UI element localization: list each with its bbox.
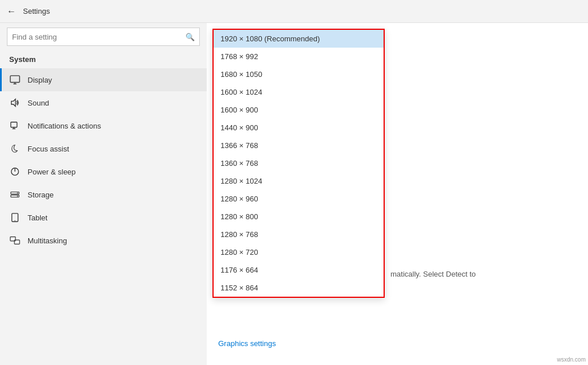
notifications-icon (9, 120, 21, 131)
display-icon (9, 74, 21, 86)
search-box[interactable]: 🔍 (7, 28, 200, 46)
resolution-option[interactable]: 1280 × 960 (214, 190, 384, 208)
multitasking-icon (9, 235, 21, 246)
resolution-list[interactable]: 1920 × 1080 (Recommended)1768 × 9921680 … (214, 30, 384, 297)
watermark: wsxdn.com (557, 356, 586, 363)
resolution-dropdown[interactable]: 1920 × 1080 (Recommended)1768 × 9921680 … (212, 29, 385, 298)
sidebar-item-tablet[interactable]: Tablet (0, 206, 207, 229)
resolution-option[interactable]: 1600 × 900 (214, 101, 384, 119)
title-bar: ← Settings (0, 0, 588, 23)
sidebar-item-label-display: Display (28, 76, 52, 84)
resolution-option[interactable]: 1920 × 1080 (Recommended) (214, 30, 384, 48)
sidebar-item-label-sound: Sound (28, 99, 49, 107)
search-icon: 🔍 (185, 33, 195, 41)
resolution-option[interactable]: 1360 × 768 (214, 154, 384, 172)
graphics-settings-link[interactable]: Graphics settings (218, 339, 276, 348)
sidebar-item-storage[interactable]: Storage (0, 183, 207, 206)
power-icon (9, 166, 21, 177)
resolution-option[interactable]: 1176 × 664 (214, 261, 384, 279)
resolution-option[interactable]: 1440 × 900 (214, 119, 384, 137)
sidebar-item-label-power: Power & sleep (28, 168, 76, 176)
storage-icon (9, 189, 21, 200)
svg-point-14 (14, 220, 15, 221)
svg-rect-4 (11, 122, 17, 127)
tablet-icon (9, 212, 21, 223)
resolution-option[interactable]: 1600 × 1024 (214, 83, 384, 101)
sidebar-item-sound[interactable]: Sound (0, 91, 207, 114)
sidebar-item-power[interactable]: Power & sleep (0, 160, 207, 183)
back-button[interactable]: ← (7, 6, 16, 17)
resolution-option[interactable]: 1152 × 864 (214, 279, 384, 297)
sidebar-item-display[interactable]: Display (0, 68, 207, 91)
sidebar-item-label-focus: Focus assist (28, 145, 69, 153)
resolution-option[interactable]: 1280 × 1024 (214, 172, 384, 190)
sidebar-item-notifications[interactable]: Notifications & actions (0, 114, 207, 137)
svg-point-11 (17, 192, 18, 193)
sidebar-item-multitasking[interactable]: Multitasking (0, 229, 207, 252)
search-input[interactable] (12, 33, 185, 41)
resolution-option[interactable]: 1280 × 720 (214, 243, 384, 261)
resolution-option[interactable]: 1366 × 768 (214, 137, 384, 154)
resolution-option[interactable]: 1280 × 768 (214, 226, 384, 243)
svg-marker-3 (11, 99, 16, 107)
sidebar-item-label-notifications: Notifications & actions (28, 122, 101, 130)
main-layout: 🔍 System Display Sou (0, 23, 588, 365)
svg-point-12 (17, 196, 18, 197)
title-bar-title: Settings (23, 7, 50, 15)
resolution-option[interactable]: 1680 × 1050 (214, 65, 384, 83)
sidebar-item-label-storage: Storage (28, 191, 54, 199)
sidebar-item-label-multitasking: Multitasking (28, 236, 67, 245)
resolution-option[interactable]: 1280 × 800 (214, 208, 384, 226)
sound-icon (9, 97, 21, 108)
sidebar-item-focus[interactable]: Focus assist (0, 137, 207, 160)
background-text: matically. Select Detect to (390, 270, 577, 278)
section-title: System (0, 53, 207, 68)
resolution-option[interactable]: 1768 × 992 (214, 48, 384, 65)
sidebar: 🔍 System Display Sou (0, 23, 207, 365)
content-area: 1920 × 1080 (Recommended)1768 × 9921680 … (207, 23, 588, 365)
sidebar-item-label-tablet: Tablet (28, 213, 48, 222)
svg-rect-0 (10, 76, 20, 83)
focus-icon (9, 143, 21, 154)
